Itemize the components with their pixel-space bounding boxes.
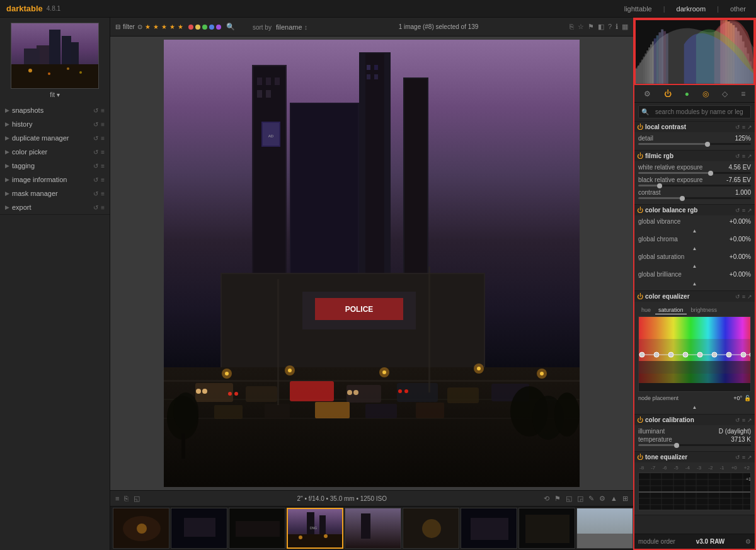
bottom-icon1[interactable]: ≡ bbox=[115, 495, 119, 502]
sidebar-item-duplicate-manager[interactable]: ▶ duplicate manager ↺≡ bbox=[0, 131, 110, 145]
module-reset-icon[interactable]: ↺ bbox=[735, 417, 740, 423]
sidebar-reset-icon[interactable]: ↺ bbox=[93, 149, 98, 156]
filter-star1[interactable]: ★ bbox=[145, 23, 151, 30]
subtab-hue[interactable]: hue bbox=[638, 306, 654, 314]
sort-icon[interactable]: ↕ bbox=[304, 23, 308, 31]
module-expand-icon[interactable]: ↗ bbox=[747, 153, 752, 159]
sidebar-reset-icon[interactable]: ↺ bbox=[93, 107, 98, 114]
tab-more[interactable]: ≡ bbox=[738, 88, 748, 100]
module-reset-icon[interactable]: ↺ bbox=[735, 294, 740, 300]
module-color-balance-rgb-title[interactable]: color balance rgb bbox=[645, 207, 733, 214]
color-dot-purple[interactable] bbox=[216, 25, 221, 30]
sidebar-menu-icon[interactable]: ≡ bbox=[101, 135, 105, 142]
module-color-equalizer-title[interactable]: color equalizer bbox=[645, 293, 733, 300]
module-local-contrast-power[interactable]: ⏻ bbox=[637, 123, 643, 130]
filmstrip-thumb[interactable] bbox=[113, 508, 169, 549]
sidebar-menu-icon[interactable]: ≡ bbox=[101, 107, 105, 114]
module-color-equalizer-power[interactable]: ⏻ bbox=[637, 293, 643, 300]
white-exposure-slider[interactable] bbox=[638, 172, 751, 174]
bottom-nav-icon2[interactable]: ⚑ bbox=[554, 495, 561, 503]
module-expand-icon[interactable]: ↗ bbox=[747, 417, 752, 423]
bottom-icon3[interactable]: ◱ bbox=[134, 495, 140, 503]
bottom-nav-icon4[interactable]: ◲ bbox=[577, 495, 583, 503]
bottom-nav-icon5[interactable]: ✎ bbox=[588, 495, 594, 503]
module-filmic-rgb-title[interactable]: filmic rgb bbox=[645, 152, 733, 159]
sidebar-reset-icon[interactable]: ↺ bbox=[93, 163, 98, 169]
illuminant-value[interactable]: D (daylight) bbox=[719, 428, 751, 435]
module-local-contrast-title[interactable]: local contrast bbox=[645, 123, 733, 130]
color-icon[interactable]: ◧ bbox=[598, 23, 604, 31]
color-eq-grid[interactable] bbox=[638, 316, 751, 392]
module-expand-icon[interactable]: ↗ bbox=[747, 207, 752, 214]
tab-power[interactable]: ⏻ bbox=[662, 88, 674, 100]
module-expand-icon[interactable]: ↗ bbox=[747, 294, 752, 300]
layout-icon[interactable]: ▦ bbox=[622, 23, 628, 31]
tab-diamond[interactable]: ◇ bbox=[719, 88, 730, 100]
tone-eq-graph[interactable]: +1 bbox=[638, 473, 751, 510]
color-dot-red[interactable] bbox=[188, 25, 193, 30]
black-exposure-slider[interactable] bbox=[638, 185, 751, 186]
sidebar-item-snapshots[interactable]: ▶ snapshots ↺≡ bbox=[0, 103, 110, 117]
color-dot-yellow[interactable] bbox=[195, 25, 200, 30]
info-icon[interactable]: ℹ bbox=[616, 23, 618, 31]
color-dot-blue[interactable] bbox=[209, 25, 214, 30]
sidebar-item-export[interactable]: ▶ export ↺≡ bbox=[0, 200, 110, 214]
module-color-balance-rgb-power[interactable]: ⏻ bbox=[637, 207, 643, 214]
filename-label[interactable]: filename bbox=[276, 23, 302, 31]
filmstrip-thumb[interactable] bbox=[403, 508, 459, 549]
slider-handle[interactable] bbox=[708, 171, 713, 176]
bottom-nav-icon1[interactable]: ⟲ bbox=[544, 495, 549, 503]
sidebar-reset-icon[interactable]: ↺ bbox=[93, 190, 98, 197]
filmstrip-thumb[interactable] bbox=[518, 508, 575, 549]
flag-icon[interactable]: ⚑ bbox=[588, 23, 594, 31]
module-menu-icon[interactable]: ≡ bbox=[742, 417, 745, 423]
sidebar-item-mask-manager[interactable]: ▶ mask manager ↺≡ bbox=[0, 186, 110, 200]
module-color-calibration-power[interactable]: ⏻ bbox=[637, 416, 643, 423]
nav-other[interactable]: other bbox=[726, 4, 750, 14]
nav-darkroom[interactable]: darkroom bbox=[673, 4, 709, 14]
sidebar-menu-icon[interactable]: ≡ bbox=[101, 176, 105, 183]
sidebar-item-tagging[interactable]: ▶ tagging ↺≡ bbox=[0, 159, 110, 173]
bottom-nav-icon8[interactable]: ⊞ bbox=[622, 495, 628, 503]
module-filmic-rgb-power[interactable]: ⏻ bbox=[637, 152, 643, 159]
module-tone-equalizer-power[interactable]: ⏻ bbox=[637, 454, 643, 461]
sidebar-item-color-picker[interactable]: ▶ color picker ↺≡ bbox=[0, 145, 110, 159]
filmstrip-thumb[interactable] bbox=[576, 508, 633, 549]
module-reset-icon[interactable]: ↺ bbox=[735, 207, 740, 214]
filter-star5[interactable]: ★ bbox=[178, 23, 183, 30]
bottom-nav-icon7[interactable]: ▲ bbox=[610, 495, 617, 502]
sidebar-menu-icon[interactable]: ≡ bbox=[101, 190, 105, 197]
temperature-slider[interactable] bbox=[638, 444, 751, 446]
detail-slider[interactable] bbox=[638, 143, 751, 145]
image-area[interactable]: AD bbox=[110, 37, 633, 490]
color-dot-green[interactable] bbox=[202, 25, 207, 30]
subtab-saturation[interactable]: saturation bbox=[655, 306, 687, 314]
sidebar-item-image-information[interactable]: ▶ image information ↺≡ bbox=[0, 173, 110, 186]
copy-icon[interactable]: ⎘ bbox=[570, 23, 574, 31]
slider-handle[interactable] bbox=[674, 443, 679, 448]
sidebar-reset-icon[interactable]: ↺ bbox=[93, 135, 98, 142]
filmstrip-thumb[interactable] bbox=[229, 508, 285, 549]
bottom-nav-icon3[interactable]: ◱ bbox=[566, 495, 572, 503]
tab-circle1[interactable]: ● bbox=[682, 88, 692, 100]
filter-star4[interactable]: ★ bbox=[169, 23, 175, 30]
module-color-calibration-title[interactable]: color calibration bbox=[645, 416, 733, 423]
bottom-nav-icon6[interactable]: ⚙ bbox=[599, 495, 605, 503]
detail-slider-handle[interactable] bbox=[705, 142, 710, 147]
module-reset-icon[interactable]: ↺ bbox=[735, 124, 740, 130]
star-icon[interactable]: ☆ bbox=[578, 23, 584, 31]
sidebar-reset-icon[interactable]: ↺ bbox=[93, 121, 98, 128]
module-reset-icon[interactable]: ↺ bbox=[735, 454, 740, 461]
module-menu-icon[interactable]: ≡ bbox=[742, 454, 745, 461]
module-menu-icon[interactable]: ≡ bbox=[742, 124, 745, 130]
module-search-input[interactable] bbox=[651, 107, 748, 117]
thumb-fit-control[interactable]: fit ▾ bbox=[50, 91, 60, 98]
tab-circle2[interactable]: ◎ bbox=[700, 88, 711, 100]
node-placement-icon[interactable]: 🔓 bbox=[744, 395, 751, 401]
sidebar-menu-icon[interactable]: ≡ bbox=[101, 149, 105, 156]
sidebar-menu-icon[interactable]: ≡ bbox=[101, 204, 105, 211]
filmstrip-thumb[interactable] bbox=[461, 508, 517, 549]
help-icon[interactable]: ? bbox=[608, 23, 612, 31]
slider-handle[interactable] bbox=[657, 183, 662, 188]
module-menu-icon[interactable]: ≡ bbox=[742, 294, 745, 300]
